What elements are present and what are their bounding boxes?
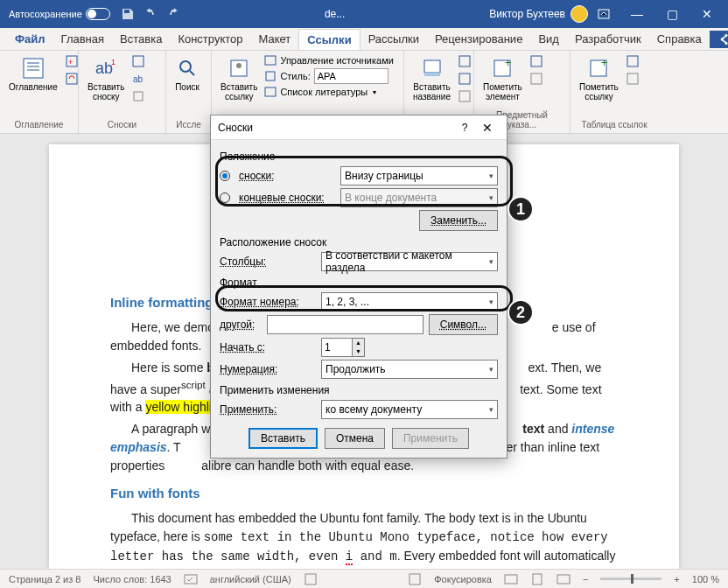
insert-button[interactable]: Вставить xyxy=(248,428,318,449)
label-number-format: Формат номера: xyxy=(220,296,316,308)
svg-rect-24 xyxy=(459,91,470,102)
section-apply-changes: Применить изменения xyxy=(220,384,498,396)
menu-design[interactable]: Конструктор xyxy=(170,29,250,49)
spin-up-icon[interactable]: ▲ xyxy=(353,339,364,347)
insert-footnote-button[interactable]: ab1 Вставить сноску xyxy=(86,54,126,103)
svg-rect-27 xyxy=(531,56,542,66)
menu-mailings[interactable]: Рассылки xyxy=(360,29,427,49)
footnote-icon: ab1 xyxy=(94,56,118,80)
view-read-icon[interactable] xyxy=(504,572,518,586)
citation-style-select[interactable]: Стиль: xyxy=(264,68,393,84)
select-number-format[interactable]: 1, 2, 3, ...▾ xyxy=(321,292,498,312)
input-custom-mark[interactable] xyxy=(267,315,424,334)
svg-rect-10 xyxy=(133,56,144,66)
status-language[interactable]: английский (США) xyxy=(210,574,291,584)
toa-opt1-icon[interactable] xyxy=(626,54,641,70)
svg-rect-17 xyxy=(265,56,276,65)
zoom-in-button[interactable]: + xyxy=(674,574,679,584)
bibliography-button[interactable]: Список литературы▾ xyxy=(264,86,393,98)
index-opt2-icon[interactable] xyxy=(529,72,545,88)
select-columns[interactable]: В соответствии с макетом раздела▾ xyxy=(321,252,498,271)
dialog-close-button[interactable]: ✕ xyxy=(475,121,500,135)
insert-citation-button[interactable]: Вставить ссылку xyxy=(219,54,259,103)
spin-down-icon[interactable]: ▼ xyxy=(353,347,364,356)
menu-file[interactable]: Файл xyxy=(7,29,53,49)
select-endnote-position: В конце документа▾ xyxy=(340,188,498,207)
menu-bar: Файл Главная Вставка Конструктор Макет С… xyxy=(0,28,728,51)
section-position: Положение xyxy=(220,150,498,163)
svg-rect-20 xyxy=(424,60,440,73)
show-notes-icon[interactable] xyxy=(131,89,147,105)
view-print-icon[interactable] xyxy=(530,572,544,586)
status-page[interactable]: Страница 2 из 8 xyxy=(9,574,80,584)
next-footnote-icon[interactable]: ab xyxy=(131,72,147,88)
zoom-out-button[interactable]: − xyxy=(583,574,588,584)
maximize-button[interactable]: ▢ xyxy=(654,0,690,28)
undo-icon[interactable] xyxy=(144,7,158,21)
svg-text:+: + xyxy=(68,58,73,66)
status-focus-mode[interactable]: Фокусировка xyxy=(434,574,492,584)
mark-entry-button[interactable]: + Пометить элемент xyxy=(481,54,524,103)
symbol-button[interactable]: Символ... xyxy=(429,314,498,335)
search-button[interactable]: Поиск xyxy=(173,54,201,94)
search-icon xyxy=(175,56,200,80)
menu-help[interactable]: Справка xyxy=(649,29,710,49)
annotation-circle-1: 1 xyxy=(508,196,534,222)
caption-opt3-icon[interactable] xyxy=(458,89,473,105)
menu-layout[interactable]: Макет xyxy=(251,29,299,49)
style-input[interactable] xyxy=(314,68,388,84)
macro-icon[interactable] xyxy=(304,572,318,586)
group-research: Иссле xyxy=(173,118,204,130)
focus-icon[interactable] xyxy=(408,572,422,586)
caption-opt2-icon[interactable] xyxy=(458,72,473,88)
view-web-icon[interactable] xyxy=(556,572,570,586)
svg-rect-32 xyxy=(627,74,638,84)
toc-button[interactable]: Оглавление xyxy=(7,54,60,94)
convert-button[interactable]: Заменить... xyxy=(419,210,498,231)
user-account[interactable]: Виктор Бухтеев xyxy=(489,5,588,23)
dialog-help-button[interactable]: ? xyxy=(454,122,475,134)
close-button[interactable]: ✕ xyxy=(690,0,724,28)
menu-references[interactable]: Ссылки xyxy=(298,29,360,50)
insert-endnote-icon[interactable] xyxy=(131,54,147,70)
insert-caption-button[interactable]: Вставить название xyxy=(411,54,452,103)
minimize-button[interactable]: — xyxy=(620,0,654,28)
section-format: Формат xyxy=(220,276,498,289)
input-start-at[interactable] xyxy=(322,339,352,356)
cancel-button[interactable]: Отмена xyxy=(325,428,385,449)
mark-citation-button[interactable]: + Пометить ссылку xyxy=(578,54,620,103)
save-icon[interactable] xyxy=(121,7,135,21)
zoom-slider[interactable] xyxy=(600,578,662,580)
radio-footnotes[interactable] xyxy=(220,171,230,181)
svg-rect-36 xyxy=(505,575,517,584)
select-numbering[interactable]: Продолжить▾ xyxy=(321,360,498,379)
manage-sources-button[interactable]: Управление источниками xyxy=(264,54,393,66)
svg-text:+: + xyxy=(505,58,511,69)
redo-icon[interactable] xyxy=(166,7,180,21)
caption-opt1-icon[interactable] xyxy=(458,54,473,70)
menu-developer[interactable]: Разработчик xyxy=(567,29,649,49)
svg-rect-19 xyxy=(265,88,276,96)
label-custom-mark: другой: xyxy=(220,318,262,331)
menu-home[interactable]: Главная xyxy=(53,29,112,49)
menu-review[interactable]: Рецензирование xyxy=(427,29,530,49)
menu-view[interactable]: Вид xyxy=(530,29,567,49)
group-footnotes: Сноски xyxy=(86,118,158,130)
menu-insert[interactable]: Вставка xyxy=(112,29,170,49)
annotation-circle-2: 2 xyxy=(508,299,534,326)
select-apply-to[interactable]: ко всему документу▾ xyxy=(321,400,498,419)
select-footnote-position[interactable]: Внизу страницы▾ xyxy=(340,166,498,186)
spinner-start-at[interactable]: ▲▼ xyxy=(321,338,365,357)
svg-rect-7 xyxy=(66,74,77,84)
zoom-level[interactable]: 100 % xyxy=(692,574,719,584)
spellcheck-icon[interactable] xyxy=(184,572,198,586)
autosave-toggle[interactable]: Автосохранение xyxy=(9,8,110,20)
share-button[interactable]: Поделиться xyxy=(710,31,728,48)
group-toc: Оглавление xyxy=(7,118,71,130)
ribbon-options-icon[interactable] xyxy=(597,7,611,21)
radio-endnotes[interactable] xyxy=(220,192,230,203)
index-opt1-icon[interactable] xyxy=(529,54,545,70)
toa-opt2-icon[interactable] xyxy=(626,72,641,88)
status-word-count[interactable]: Число слов: 1643 xyxy=(93,574,171,584)
caption-icon xyxy=(420,56,444,80)
